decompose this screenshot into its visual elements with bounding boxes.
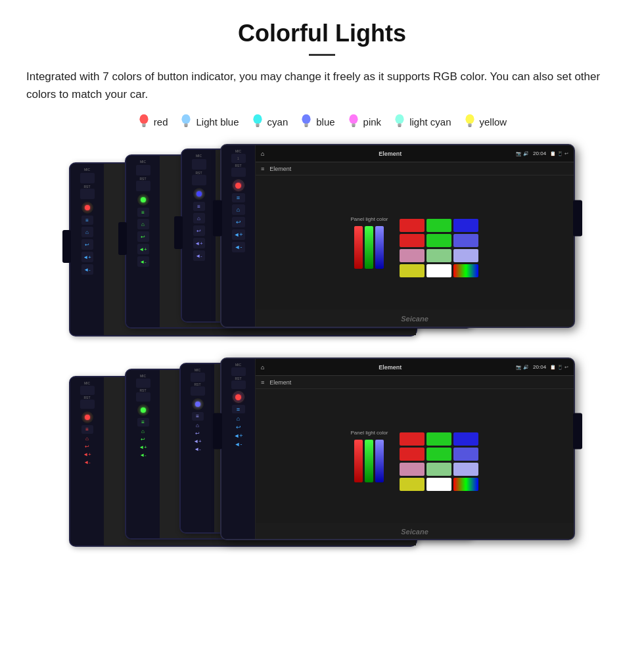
bulb-icon-yellow (463, 114, 476, 129)
bottom-devices-section: MIC RST ≡ ⌂ ↩ ◄+ ◄- (26, 358, 618, 561)
color-item-lightcyan: light cyan (393, 114, 451, 129)
color-item-red: red (137, 114, 168, 129)
bulb-icon-pink (347, 114, 360, 129)
svg-point-25 (465, 114, 474, 124)
watermark-bottom: Seicane (401, 528, 428, 536)
svg-point-13 (302, 114, 311, 124)
bulb-icon-lightblue (179, 114, 193, 129)
svg-rect-15 (305, 126, 308, 127)
color-item-lightblue: Light blue (179, 114, 239, 129)
svg-rect-7 (185, 126, 188, 127)
top-devices-section: MIC RST ≡ ⌂ ↩ (26, 144, 618, 348)
title-divider (309, 54, 335, 56)
bulb-icon-cyan (251, 114, 264, 129)
color-label-red: red (154, 116, 168, 127)
svg-point-9 (253, 114, 262, 124)
svg-rect-19 (352, 126, 355, 127)
page-title: Colorful Lights (26, 20, 618, 47)
color-label-lightblue: Light blue (196, 116, 239, 127)
color-label-lightcyan: light cyan (409, 116, 451, 127)
svg-rect-11 (256, 126, 259, 127)
svg-point-1 (139, 114, 148, 124)
color-list: red Light blue cyan (26, 114, 618, 129)
page-container: Colorful Lights Integrated with 7 colors… (0, 0, 644, 591)
color-item-pink: pink (347, 114, 382, 129)
svg-point-5 (182, 114, 191, 124)
svg-point-17 (349, 114, 357, 124)
color-item-yellow: yellow (463, 114, 507, 129)
color-label-yellow: yellow (480, 116, 507, 127)
color-item-blue: blue (300, 114, 334, 129)
color-item-cyan: cyan (251, 114, 288, 129)
bottom-device-front: MIC RST ≡ ⌂ ↩ ◄+ ◄- (220, 358, 575, 540)
color-label-cyan: cyan (267, 116, 288, 127)
watermark-top: Seicane (401, 315, 428, 323)
color-label-blue: blue (316, 116, 334, 127)
top-device-front: MIC 1 RST ≡ ⌂ ↩ (220, 144, 575, 328)
svg-rect-3 (142, 126, 145, 127)
bulb-icon-red (137, 114, 150, 129)
svg-rect-23 (398, 126, 402, 127)
svg-point-21 (396, 114, 404, 124)
page-description: Integrated with 7 colors of button indic… (26, 68, 618, 103)
bulb-icon-blue (300, 114, 313, 129)
svg-rect-27 (468, 126, 471, 127)
color-label-pink: pink (363, 116, 382, 127)
bulb-icon-lightcyan (393, 114, 406, 129)
